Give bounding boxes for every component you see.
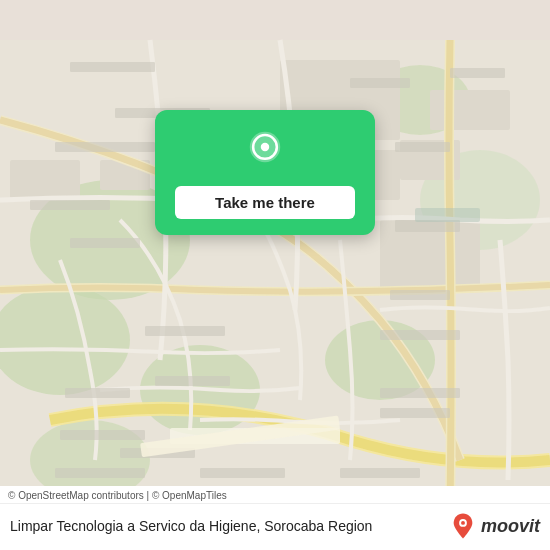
svg-rect-23 xyxy=(350,78,410,88)
svg-rect-13 xyxy=(10,160,80,200)
svg-rect-35 xyxy=(340,468,420,478)
map-background xyxy=(0,0,550,550)
svg-point-41 xyxy=(261,143,269,151)
svg-rect-29 xyxy=(65,388,130,398)
location-name: Limpar Tecnologia a Servico da Higiene, … xyxy=(10,518,439,534)
svg-rect-19 xyxy=(30,200,110,210)
svg-rect-30 xyxy=(380,388,460,398)
svg-rect-18 xyxy=(55,142,155,152)
svg-rect-27 xyxy=(145,326,225,336)
take-me-there-button[interactable]: Take me there xyxy=(175,186,355,219)
svg-rect-37 xyxy=(415,208,480,222)
svg-rect-26 xyxy=(380,330,460,340)
moovit-logo: moovit xyxy=(449,512,540,540)
moovit-brand-text: moovit xyxy=(481,516,540,537)
map-attribution: © OpenStreetMap contributors | © OpenMap… xyxy=(0,486,550,504)
svg-rect-36 xyxy=(60,430,145,440)
svg-rect-33 xyxy=(55,468,145,478)
svg-point-43 xyxy=(461,521,465,525)
svg-rect-31 xyxy=(380,408,450,418)
svg-rect-24 xyxy=(450,68,505,78)
moovit-pin-icon xyxy=(449,512,477,540)
svg-rect-25 xyxy=(390,290,450,300)
svg-rect-16 xyxy=(70,62,155,72)
attribution-text: © OpenStreetMap contributors | © OpenMap… xyxy=(8,490,227,501)
location-info: Limpar Tecnologia a Servico da Higiene, … xyxy=(0,504,550,550)
bottom-bar: © OpenStreetMap contributors | © OpenMap… xyxy=(0,486,550,550)
svg-rect-22 xyxy=(395,142,450,152)
svg-rect-34 xyxy=(200,468,285,478)
svg-rect-20 xyxy=(70,238,140,248)
location-card: Take me there xyxy=(155,110,375,235)
map-container: Take me there © OpenStreetMap contributo… xyxy=(0,0,550,550)
svg-rect-12 xyxy=(430,90,510,130)
location-pin-icon xyxy=(243,130,287,174)
svg-rect-28 xyxy=(155,376,230,386)
